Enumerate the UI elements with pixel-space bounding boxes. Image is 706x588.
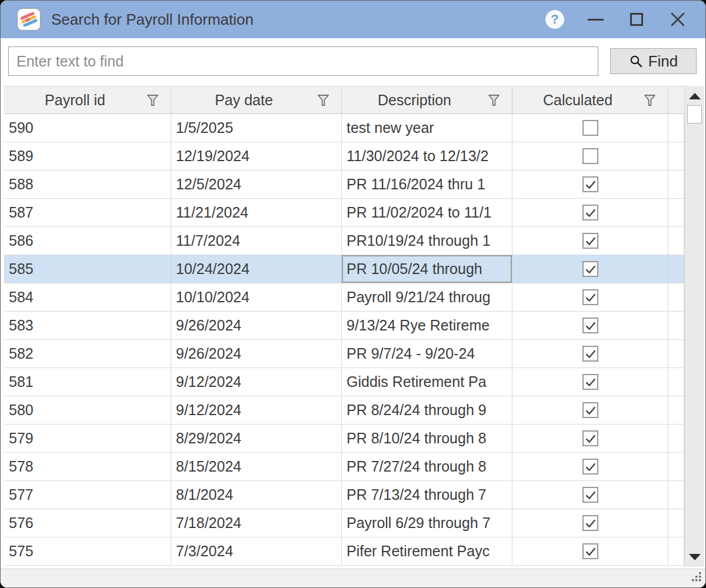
cell-calculated[interactable]	[512, 283, 668, 311]
cell-description[interactable]: Payroll 6/29 through 7	[342, 509, 512, 537]
cell-description[interactable]: Pifer Retirement Payc	[342, 537, 512, 565]
cell-calculated[interactable]	[512, 171, 668, 198]
table-row[interactable]: 5757/3/2024Pifer Retirement Payc	[4, 537, 684, 566]
cell-payroll-id[interactable]: 580	[4, 396, 171, 424]
cell-calculated[interactable]	[512, 425, 668, 452]
table-row[interactable]: 58410/10/2024Payroll 9/21/24 throug	[4, 283, 684, 312]
cell-description[interactable]: PR 7/27/24 through 8	[342, 453, 512, 480]
table-row[interactable]: 5798/29/2024PR 8/10/24 through 8	[4, 425, 684, 453]
cell-pay-date[interactable]: 11/21/2024	[171, 199, 342, 226]
cell-payroll-id[interactable]: 587	[4, 199, 171, 226]
cell-payroll-id[interactable]: 588	[4, 171, 171, 198]
table-row[interactable]: 5819/12/2024Giddis Retirement Pa	[4, 368, 684, 396]
checkbox-checked[interactable]	[582, 515, 598, 531]
cell-payroll-id[interactable]: 584	[4, 283, 171, 311]
cell-pay-date[interactable]: 11/7/2024	[171, 227, 342, 255]
cell-description[interactable]: PR 10/05/24 through	[342, 255, 512, 283]
cell-calculated[interactable]	[512, 453, 668, 480]
cell-payroll-id[interactable]: 583	[4, 312, 171, 339]
cell-calculated[interactable]	[512, 312, 668, 339]
checkbox-unchecked[interactable]	[582, 120, 598, 136]
column-header-description[interactable]: Description	[342, 86, 512, 113]
cell-payroll-id[interactable]: 585	[4, 255, 171, 283]
filter-funnel-icon[interactable]	[487, 93, 512, 107]
cell-calculated[interactable]	[512, 368, 668, 396]
cell-pay-date[interactable]: 8/29/2024	[171, 425, 342, 452]
cell-pay-date[interactable]: 9/12/2024	[171, 396, 342, 424]
cell-calculated[interactable]	[512, 255, 668, 283]
cell-calculated[interactable]	[512, 142, 668, 170]
table-row[interactable]: 5778/1/2024PR 7/13/24 through 7	[4, 481, 684, 509]
cell-payroll-id[interactable]: 575	[4, 537, 171, 565]
checkbox-checked[interactable]	[582, 176, 598, 192]
table-row[interactable]: 5788/15/2024PR 7/27/24 through 8	[4, 453, 684, 481]
table-row[interactable]: 58510/24/2024PR 10/05/24 through	[4, 255, 684, 283]
checkbox-checked[interactable]	[582, 318, 598, 333]
cell-pay-date[interactable]: 12/5/2024	[171, 171, 342, 198]
table-row[interactable]: 5829/26/2024PR 9/7/24 - 9/20-24	[4, 340, 684, 368]
table-row[interactable]: 5901/5/2025test new year	[4, 114, 684, 142]
cell-calculated[interactable]	[512, 199, 668, 226]
cell-description[interactable]: test new year	[342, 114, 512, 142]
table-row[interactable]: 5839/26/20249/13/24 Rye Retireme	[4, 312, 684, 340]
vertical-scrollbar[interactable]	[684, 86, 704, 567]
cell-payroll-id[interactable]: 579	[4, 425, 171, 452]
checkbox-checked[interactable]	[582, 543, 598, 559]
cell-description[interactable]: PR10/19/24 through 1	[342, 227, 512, 255]
scrollbar-thumb[interactable]	[687, 105, 702, 123]
cell-description[interactable]: PR 11/02/2024 to 11/1	[342, 199, 512, 226]
cell-pay-date[interactable]: 9/26/2024	[171, 312, 342, 339]
cell-description[interactable]: 11/30/2024 to 12/13/2	[342, 142, 512, 170]
cell-payroll-id[interactable]: 577	[4, 481, 171, 509]
cell-payroll-id[interactable]: 590	[4, 114, 171, 142]
filter-funnel-icon[interactable]	[317, 93, 341, 107]
table-row[interactable]: 5767/18/2024Payroll 6/29 through 7	[4, 509, 684, 537]
cell-payroll-id[interactable]: 581	[4, 368, 171, 396]
checkbox-checked[interactable]	[582, 289, 598, 305]
table-row[interactable]: 58812/5/2024PR 11/16/2024 thru 1	[4, 171, 684, 199]
title-bar[interactable]: Search for Payroll Information ?	[1, 1, 705, 38]
checkbox-checked[interactable]	[582, 205, 598, 220]
minimize-button[interactable]	[585, 9, 605, 29]
column-header-pay-date[interactable]: Pay date	[171, 86, 342, 113]
table-row[interactable]: 58912/19/202411/30/2024 to 12/13/2	[4, 142, 684, 171]
cell-description[interactable]: Payroll 9/21/24 throug	[342, 283, 512, 311]
cell-calculated[interactable]	[512, 509, 668, 537]
checkbox-checked[interactable]	[582, 346, 598, 362]
cell-pay-date[interactable]: 12/19/2024	[171, 142, 342, 170]
cell-description[interactable]: Giddis Retirement Pa	[342, 368, 512, 396]
checkbox-checked[interactable]	[582, 487, 598, 503]
checkbox-checked[interactable]	[582, 233, 598, 249]
cell-pay-date[interactable]: 9/12/2024	[171, 368, 342, 396]
cell-description[interactable]: PR 7/13/24 through 7	[342, 481, 512, 509]
cell-pay-date[interactable]: 9/26/2024	[171, 340, 342, 368]
resize-grip[interactable]	[690, 570, 702, 585]
cell-calculated[interactable]	[512, 227, 668, 255]
checkbox-checked[interactable]	[582, 374, 598, 390]
cell-pay-date[interactable]: 8/15/2024	[171, 453, 342, 480]
checkbox-checked[interactable]	[582, 430, 598, 446]
close-button[interactable]	[668, 9, 688, 29]
search-input[interactable]	[8, 46, 598, 76]
cell-payroll-id[interactable]: 589	[4, 142, 171, 170]
help-button[interactable]: ?	[545, 10, 564, 29]
cell-description[interactable]: 9/13/24 Rye Retireme	[342, 312, 512, 339]
checkbox-checked[interactable]	[582, 459, 598, 475]
cell-pay-date[interactable]: 1/5/2025	[171, 114, 342, 142]
checkbox-checked[interactable]	[582, 261, 598, 277]
table-row[interactable]: 58611/7/2024PR10/19/24 through 1	[4, 227, 684, 255]
cell-description[interactable]: PR 8/24/24 through 9	[342, 396, 512, 424]
filter-funnel-icon[interactable]	[146, 93, 171, 107]
filter-funnel-icon[interactable]	[643, 93, 668, 107]
cell-description[interactable]: PR 11/16/2024 thru 1	[342, 171, 512, 198]
find-button[interactable]: Find	[610, 48, 697, 74]
cell-payroll-id[interactable]: 578	[4, 453, 171, 480]
cell-pay-date[interactable]: 10/10/2024	[171, 283, 342, 311]
table-row[interactable]: 5809/12/2024PR 8/24/24 through 9	[4, 396, 684, 425]
cell-description[interactable]: PR 8/10/24 through 8	[342, 425, 512, 452]
cell-description[interactable]: PR 9/7/24 - 9/20-24	[342, 340, 512, 368]
checkbox-unchecked[interactable]	[582, 148, 598, 164]
cell-calculated[interactable]	[512, 481, 668, 509]
cell-payroll-id[interactable]: 576	[4, 509, 171, 537]
table-row[interactable]: 58711/21/2024PR 11/02/2024 to 11/1	[4, 199, 684, 227]
